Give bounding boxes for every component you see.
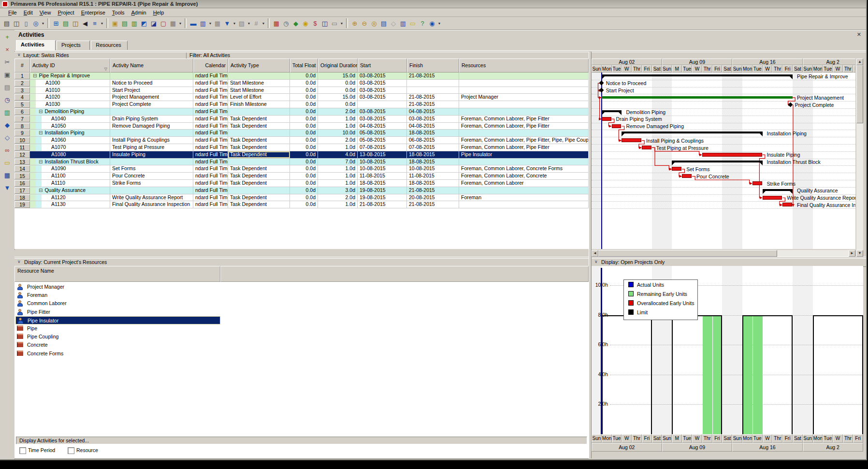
menu-view[interactable]: View: [36, 9, 55, 16]
task-bar[interactable]: [612, 124, 622, 128]
cell-duration[interactable]: 10.0d: [318, 130, 358, 136]
cell-finish[interactable]: 21-08-2015: [407, 201, 459, 208]
cell-start[interactable]: 03-08-2015: [358, 94, 407, 101]
table-row[interactable]: 4A1020Project Managementndard Full TimeL…: [14, 94, 589, 101]
tab-resources[interactable]: Resources: [91, 41, 128, 50]
timescale[interactable]: Aug 02SunMonTueWThrFriSatAug 09SunMTueWT…: [592, 59, 855, 73]
trace-logic-icon[interactable]: ◀: [80, 18, 90, 28]
cell-total_float[interactable]: 0.0d: [290, 73, 318, 79]
summary-bar[interactable]: [602, 74, 793, 76]
cell-total_float[interactable]: 0.0d: [290, 94, 318, 101]
notes-icon[interactable]: ▭: [408, 18, 418, 28]
cell-name[interactable]: Pour Concrete: [110, 173, 193, 179]
cell-finish[interactable]: 10-08-2015: [407, 165, 459, 172]
cell-type[interactable]: [228, 108, 290, 115]
cell-id[interactable]: A1050: [30, 123, 110, 130]
cell-type[interactable]: Task Dependent: [228, 173, 290, 179]
row-number-cell[interactable]: 14: [14, 165, 30, 172]
close-icon[interactable]: ✕: [857, 31, 861, 38]
gantt-hscrollbar[interactable]: ◄►: [592, 250, 855, 257]
cell-calendar[interactable]: ndard Full Time: [193, 137, 228, 144]
menu-file[interactable]: File: [5, 9, 20, 16]
row-number-cell[interactable]: 10: [14, 137, 30, 144]
cell-name[interactable]: Drain Piping System: [110, 116, 193, 122]
cell-name[interactable]: [110, 130, 193, 136]
day-header[interactable]: Sun: [662, 65, 672, 73]
cell-id[interactable]: A1030: [30, 101, 110, 108]
cell-total_float[interactable]: 0.0d: [290, 201, 318, 208]
cell-name[interactable]: Remove Damaged Piping: [110, 123, 193, 130]
menu-admin[interactable]: Admin: [128, 9, 149, 16]
assign-role-icon[interactable]: ◇: [2, 132, 12, 142]
day-header[interactable]: Tue: [612, 434, 622, 443]
cell-finish[interactable]: 18-08-2015: [407, 151, 459, 158]
cell-id[interactable]: A1080: [30, 151, 110, 158]
cell-id[interactable]: A1090: [30, 165, 110, 172]
zoom-in-icon[interactable]: ⊕: [350, 18, 360, 28]
day-header[interactable]: M: [672, 434, 682, 443]
dropdown-icon[interactable]: ▾: [178, 18, 183, 28]
cell-total_float[interactable]: 0.0d: [290, 144, 318, 151]
currency-icon[interactable]: $: [310, 18, 320, 28]
tab-activities[interactable]: Activities: [16, 40, 56, 50]
day-header[interactable]: Mon: [813, 65, 823, 73]
scroll-thumb[interactable]: [598, 250, 777, 257]
row-number-cell[interactable]: 6: [14, 108, 30, 115]
cell-id[interactable]: A1100: [30, 173, 110, 179]
cell-calendar[interactable]: ndard Full Time: [193, 94, 228, 101]
cell-resources[interactable]: [459, 201, 589, 208]
table-row[interactable]: 8A1050Remove Damaged Pipingndard Full Ti…: [14, 123, 589, 130]
cell-id[interactable]: ⊟Installation Piping: [30, 130, 110, 136]
day-header[interactable]: Tue: [682, 434, 692, 443]
cell-total_float[interactable]: 0.0d: [290, 80, 318, 87]
cell-finish[interactable]: 11-08-2015: [407, 173, 459, 179]
cell-type[interactable]: Task Dependent: [228, 201, 290, 208]
task-bar[interactable]: [602, 117, 611, 121]
resource-list-item[interactable]: Common Laborer: [15, 299, 220, 308]
help-icon[interactable]: ◉: [427, 18, 437, 28]
cell-resources[interactable]: Foreman, Common Laborer, Pipe Fitter: [459, 116, 589, 122]
checkbox-resource[interactable]: [68, 447, 74, 454]
day-header[interactable]: Fri: [712, 65, 723, 73]
cell-duration[interactable]: 15.0d: [318, 73, 358, 79]
cell-calendar[interactable]: ndard Full Time: [193, 130, 228, 136]
cell-id[interactable]: A1070: [30, 144, 110, 151]
table-format-icon[interactable]: ▦: [213, 18, 222, 28]
day-header[interactable]: Tue: [752, 434, 763, 443]
delete-activity-icon[interactable]: ×: [2, 44, 12, 54]
cell-resources[interactable]: Foreman, Common Laborer, Concrete: [459, 173, 589, 179]
bars-icon[interactable]: ▬: [188, 18, 198, 28]
resource-list-item[interactable]: Pipe Fitter: [15, 308, 220, 316]
cell-finish[interactable]: 07-08-2015: [407, 144, 459, 151]
dropdown-icon[interactable]: ▾: [208, 18, 213, 28]
cell-name[interactable]: Notice to Proceed: [110, 80, 193, 87]
cell-duration[interactable]: 4.0d: [318, 151, 358, 158]
day-header[interactable]: W: [622, 65, 632, 73]
cell-total_float[interactable]: 0.0d: [290, 194, 318, 201]
column-header-calendar[interactable]: Calendar: [193, 59, 228, 73]
day-header[interactable]: W: [622, 434, 632, 443]
task-bar[interactable]: [682, 174, 692, 178]
day-header[interactable]: Sat: [722, 434, 732, 443]
cell-resources[interactable]: [459, 101, 589, 108]
print-preview-icon[interactable]: ◫: [12, 18, 21, 28]
task-bar[interactable]: [672, 167, 681, 171]
cut-icon[interactable]: ✂: [2, 57, 12, 67]
line-number-icon[interactable]: #: [251, 18, 261, 28]
cell-id[interactable]: ⊟Quality Assurance: [30, 187, 110, 194]
checkbox-time-period[interactable]: [19, 447, 26, 454]
cell-resources[interactable]: [459, 130, 589, 136]
day-header[interactable]: Thr: [843, 434, 853, 443]
day-header[interactable]: Fri: [642, 65, 652, 73]
cell-type[interactable]: Start Milestone: [228, 80, 290, 87]
spreadsheet-icon[interactable]: ▦: [272, 18, 281, 28]
cell-finish[interactable]: 18-08-2015: [407, 159, 459, 165]
cell-start[interactable]: 13-08-2015: [358, 151, 407, 158]
cell-total_float[interactable]: 0.0d: [290, 137, 318, 144]
cell-calendar[interactable]: ndard Full Time: [193, 108, 228, 115]
day-header[interactable]: Tue: [823, 434, 833, 443]
day-header[interactable]: Tue: [682, 65, 692, 73]
menu-project[interactable]: Project: [54, 9, 77, 16]
day-header[interactable]: Tue: [823, 65, 833, 73]
zoom-out-icon[interactable]: ⊖: [360, 18, 369, 28]
